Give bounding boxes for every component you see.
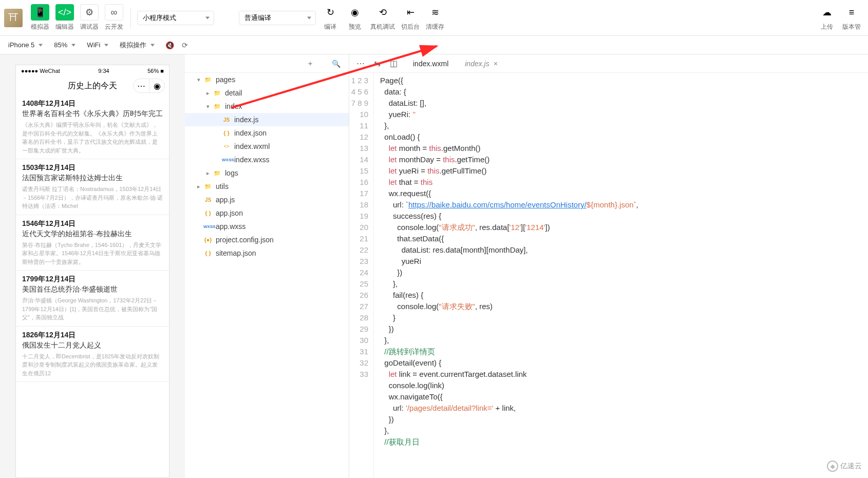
editor-pane: ⋯ ⇆ ◫ index.wxmlindex.js× 1 2 3 4 5 6 7 … bbox=[349, 54, 868, 478]
tree-node-label: project.config.json bbox=[216, 236, 274, 244]
tree-node-project.config.json[interactable]: {●}project.config.json bbox=[185, 233, 349, 246]
folder-icon: 📁 bbox=[203, 183, 213, 190]
editor-toggle[interactable]: </>编辑器 bbox=[55, 4, 74, 31]
tree-node-app.wxss[interactable]: WXSSapp.wxss bbox=[185, 220, 349, 233]
layout-icon[interactable]: ◫ bbox=[390, 59, 398, 68]
article-list[interactable]: 1408年12月14日世界著名百科全书《永乐大典》历时5年完工《永乐大典》编撰于… bbox=[16, 95, 169, 382]
device-select[interactable]: iPhone 5 bbox=[4, 39, 45, 51]
preview-button[interactable]: ◉预览 bbox=[346, 4, 364, 31]
line-numbers: 1 2 3 4 5 6 7 8 9 10 11 12 13 14 15 16 1… bbox=[349, 73, 374, 478]
tree-node-utils[interactable]: ▸📁utils bbox=[185, 180, 349, 193]
article-item[interactable]: 1503年12月14日法国预言家诺斯特拉达姆士出生诺查丹玛斯 拉丁语名：Nost… bbox=[16, 159, 169, 215]
network-select[interactable]: WiFi bbox=[83, 39, 110, 51]
zoom-select[interactable]: 85% bbox=[50, 39, 78, 51]
tree-node-index[interactable]: ▾📁index bbox=[185, 100, 349, 113]
tree-node-logs[interactable]: ▸📁logs bbox=[185, 166, 349, 180]
cloud-dev-button[interactable]: ∞云开发 bbox=[105, 4, 123, 31]
tab-close-icon[interactable]: × bbox=[494, 60, 498, 68]
article-desc: 《永乐大典》编撰于明永乐年间，初名《文献大成》，是中国百科全书式的文献集。《永乐… bbox=[22, 121, 163, 155]
wxss-icon: WXSS bbox=[222, 158, 231, 162]
watermark-text: 亿速云 bbox=[840, 462, 862, 471]
folder-icon: 📁 bbox=[213, 103, 222, 110]
folder-icon: 📁 bbox=[213, 90, 222, 97]
rotate-icon[interactable]: ⟳ bbox=[179, 39, 191, 51]
article-date: 1408年12月14日 bbox=[22, 99, 163, 108]
refresh-icon: ↻ bbox=[321, 4, 339, 21]
tree-node-index.wxml[interactable]: <>index.wxml bbox=[185, 140, 349, 153]
carrier-text: ●●●●● WeChat bbox=[21, 68, 60, 74]
background-button[interactable]: ⇤切后台 bbox=[401, 4, 420, 31]
eye-icon: ◉ bbox=[346, 4, 364, 21]
tab-label: index.js bbox=[465, 60, 489, 68]
split-icon[interactable]: ⇆ bbox=[374, 59, 381, 68]
app-badge: ⛩ bbox=[4, 9, 23, 27]
tree-node-pages[interactable]: ▾📁pages bbox=[185, 73, 349, 86]
upload-button[interactable]: ☁上传 bbox=[818, 4, 836, 31]
compile-select[interactable]: 普通编译 bbox=[239, 11, 316, 25]
tab-index.js[interactable]: index.js× bbox=[457, 54, 506, 72]
version-icon: ≡ bbox=[842, 4, 861, 21]
stack-icon: ≋ bbox=[426, 4, 444, 21]
tree-node-label: index.wxml bbox=[234, 142, 270, 150]
article-desc: 乔治·华盛顿（George Washington，1732年2月22日－1799… bbox=[22, 296, 163, 322]
tree-node-index.js[interactable]: JSindex.js bbox=[185, 113, 349, 126]
tree-node-index.json[interactable]: { }index.json bbox=[185, 126, 349, 140]
article-headline: 俄国发生十二月党人起义 bbox=[22, 341, 163, 350]
new-file-icon[interactable]: ＋ bbox=[304, 58, 316, 70]
code-area[interactable]: 1 2 3 4 5 6 7 8 9 10 11 12 13 14 15 16 1… bbox=[349, 73, 868, 478]
editor-tabs: ⋯ ⇆ ◫ index.wxmlindex.js× bbox=[349, 54, 868, 73]
simulator-toggle[interactable]: 📱模拟器 bbox=[31, 4, 49, 31]
simaction-select[interactable]: 模拟操作 bbox=[116, 39, 157, 51]
tree-node-label: index.js bbox=[234, 116, 258, 124]
tree-node-label: app.wxss bbox=[216, 222, 246, 231]
json-icon: { } bbox=[203, 210, 213, 216]
mute-icon[interactable]: 🔇 bbox=[163, 39, 176, 51]
tree-node-label: pages bbox=[216, 75, 235, 84]
article-headline: 美国首任总统乔治·华盛顿逝世 bbox=[22, 285, 163, 294]
version-button[interactable]: ≡版本管 bbox=[842, 4, 861, 31]
phone-icon: 📱 bbox=[31, 4, 49, 21]
tree-node-index.wxss[interactable]: WXSSindex.wxss bbox=[185, 153, 349, 166]
folder-icon: 📁 bbox=[213, 170, 222, 177]
tree-node-label: utils bbox=[216, 182, 229, 190]
code-body[interactable]: Page({ data: { dataList: [], yueRi: '' }… bbox=[374, 73, 868, 478]
tree-node-detail[interactable]: ▸📁detail bbox=[185, 86, 349, 100]
bug-icon: ⚙ bbox=[80, 4, 99, 21]
phone-frame: ●●●●● WeChat 9:34 56% ■ 历史上的今天 ⋯ ◉ 1408年… bbox=[15, 65, 169, 478]
debugger-toggle[interactable]: ⚙调试器 bbox=[80, 4, 99, 31]
tree-node-label: app.json bbox=[216, 209, 243, 217]
article-item[interactable]: 1408年12月14日世界著名百科全书《永乐大典》历时5年完工《永乐大典》编撰于… bbox=[16, 95, 169, 159]
article-desc: 诺查丹玛斯 拉丁语名：Nostradamus，1503年12月14日－1566年… bbox=[22, 185, 163, 211]
upload-icon: ☁ bbox=[818, 4, 836, 21]
tree-node-label: index.json bbox=[234, 129, 267, 137]
article-item[interactable]: 1799年12月14日美国首任总统乔治·华盛顿逝世乔治·华盛顿（George W… bbox=[16, 271, 169, 327]
tree-node-app.js[interactable]: JSapp.js bbox=[185, 193, 349, 206]
realdevice-button[interactable]: ⟲真机调试 bbox=[370, 4, 395, 31]
article-date: 1546年12月14日 bbox=[22, 219, 163, 228]
top-toolbar: ⛩ 📱模拟器 </>编辑器 ⚙调试器 ∞云开发 小程序模式 普通编译 ↻编译 ◉… bbox=[0, 0, 868, 36]
compile-button[interactable]: ↻编译 bbox=[321, 4, 339, 31]
tree-node-sitemap.json[interactable]: { }sitemap.json bbox=[185, 246, 349, 260]
tree-node-app.json[interactable]: { }app.json bbox=[185, 206, 349, 220]
article-desc: 第谷·布拉赫（Tycho Brahe，1546-1601），丹麦天文学家和占星学… bbox=[22, 241, 163, 266]
article-date: 1826年12月14日 bbox=[22, 331, 163, 340]
tree-node-label: sitemap.json bbox=[216, 249, 256, 257]
article-item[interactable]: 1546年12月14日近代天文学的始祖第谷·布拉赫出生第谷·布拉赫（Tycho … bbox=[16, 215, 169, 271]
capsule-buttons: ⋯ ◉ bbox=[133, 79, 165, 93]
article-desc: 十二月党人，即Decembrist，是1825年发动反对农奴制度和沙皇专制制度武… bbox=[22, 352, 163, 378]
article-date: 1799年12月14日 bbox=[22, 275, 163, 284]
wxss-icon: WXSS bbox=[203, 224, 213, 229]
close-icon[interactable]: ◉ bbox=[149, 79, 164, 92]
article-headline: 法国预言家诺斯特拉达姆士出生 bbox=[22, 174, 163, 183]
code-icon: </> bbox=[55, 4, 74, 21]
mode-select[interactable]: 小程序模式 bbox=[137, 11, 214, 25]
clock-text: 9:34 bbox=[98, 68, 109, 74]
article-item[interactable]: 1826年12月14日俄国发生十二月党人起义十二月党人，即Decembrist，… bbox=[16, 327, 169, 383]
clearcache-button[interactable]: ≋清缓存 bbox=[426, 4, 444, 31]
tree-node-label: index.wxss bbox=[234, 156, 269, 164]
json-icon: { } bbox=[222, 130, 231, 136]
menu-icon[interactable]: ⋯ bbox=[134, 79, 149, 92]
article-headline: 近代天文学的始祖第谷·布拉赫出生 bbox=[22, 230, 163, 239]
tab-index.wxml[interactable]: index.wxml bbox=[405, 54, 457, 72]
more-icon[interactable]: ⋯ bbox=[356, 59, 365, 68]
